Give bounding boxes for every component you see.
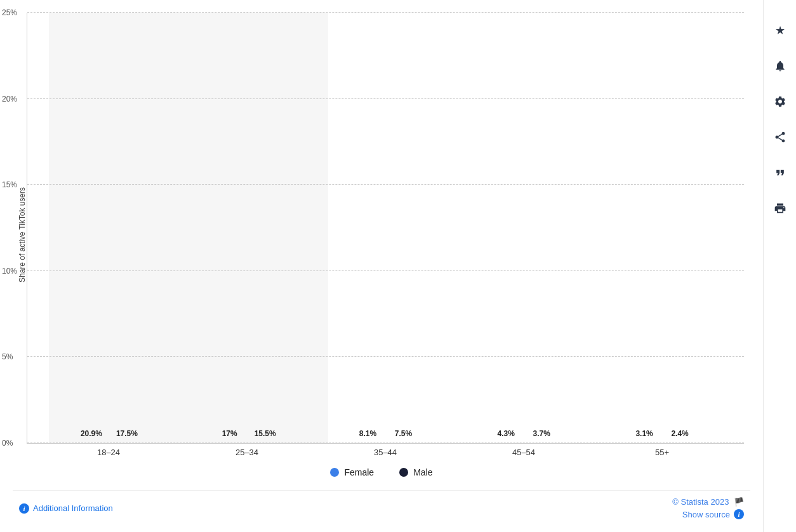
show-source-button[interactable]: Show source i [682,509,744,519]
y-tick-label: 25% [2,8,17,17]
female-bar-label: 3.1% [635,429,653,438]
footer: i Additional Information © Statista 2023… [13,490,750,519]
statista-credit: © Statista 2023 🏴 [672,497,744,507]
male-bar-label: 3.7% [533,429,550,438]
y-tick-label: 20% [2,95,17,103]
y-tick-label: 0% [2,439,13,448]
male-bar-label: 7.5% [395,429,412,438]
male-dot [399,468,408,477]
chart-area: Share of active TikTok users 0%5%10%15%2… [13,13,750,457]
chart-grid-and-bars: 0%5%10%15%20%25%20.9%17.5%17%15.5%8.1%7.… [27,13,744,444]
female-bar-label: 8.1% [359,429,376,438]
bars-container: 20.9%17.5%17%15.5%8.1%7.5%4.3%3.7%3.1%2.… [27,13,744,443]
print-icon[interactable] [769,197,792,220]
x-axis: 18–2425–3435–4445–5455+ [27,444,744,457]
male-bar-label: 2.4% [671,429,688,438]
additional-info-button[interactable]: i Additional Information [19,503,113,514]
male-bar-label: 17.5% [116,429,138,438]
footer-right: © Statista 2023 🏴 Show source i [672,497,744,519]
y-axis-label: Share of active TikTok users [13,13,27,457]
y-tick-label: 10% [2,267,17,276]
legend: Female Male [13,467,750,477]
show-source-info-icon: i [734,509,744,519]
sidebar: ★ [763,0,796,532]
bell-icon[interactable] [769,55,792,77]
male-bar-label: 15.5% [255,429,276,438]
female-bar-label: 20.9% [81,429,102,438]
y-tick-label: 5% [2,352,13,361]
legend-male: Male [399,467,432,477]
x-tick-label: 45–54 [454,448,593,457]
x-tick-label: 35–44 [316,448,454,457]
quote-icon[interactable] [769,161,792,184]
flag-icon: 🏴 [734,497,744,507]
female-dot [330,468,339,477]
additional-info-label: Additional Information [33,503,113,513]
share-icon[interactable] [769,126,792,149]
female-label: Female [344,467,374,477]
legend-female: Female [330,467,374,477]
main-content: Share of active TikTok users 0%5%10%15%2… [0,0,763,532]
info-icon: i [19,503,29,514]
female-bar-label: 17% [222,429,237,438]
x-tick-label: 25–34 [178,448,316,457]
chart-with-axes: 0%5%10%15%20%25%20.9%17.5%17%15.5%8.1%7.… [27,13,750,457]
female-bar-label: 4.3% [498,429,515,438]
x-tick-label: 18–24 [39,448,178,457]
show-source-label: Show source [682,510,730,519]
x-tick-label: 55+ [593,448,731,457]
star-icon[interactable]: ★ [769,19,792,42]
male-label: Male [413,467,432,477]
y-tick-label: 15% [2,180,17,189]
gear-icon[interactable] [769,90,792,113]
